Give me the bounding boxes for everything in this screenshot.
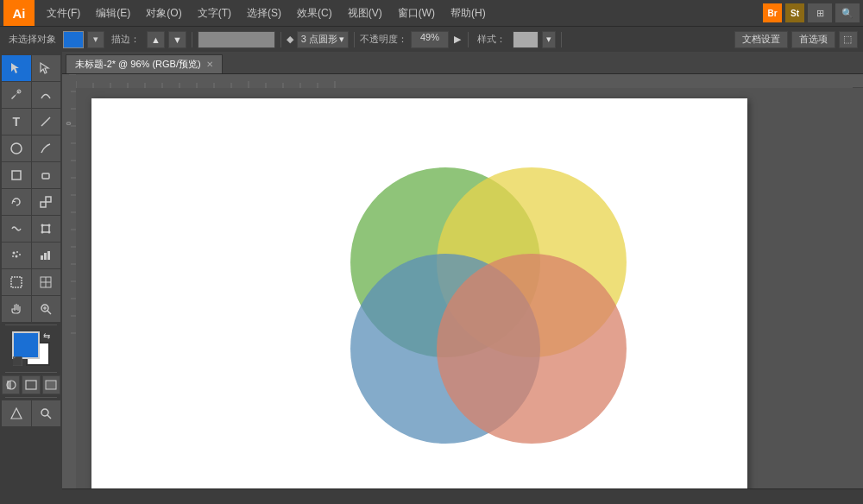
style-dropdown[interactable]: ▾ — [542, 31, 556, 48]
selection-tool[interactable] — [2, 55, 31, 81]
divider-5 — [561, 32, 562, 47]
menu-effect[interactable]: 效果(C) — [290, 3, 339, 24]
slice-tool[interactable] — [32, 269, 61, 295]
status-bar — [62, 488, 863, 504]
menu-window[interactable]: 窗口(W) — [391, 3, 442, 24]
opacity-arrow-right[interactable]: ▶ — [454, 34, 461, 45]
hand-tool[interactable] — [2, 296, 31, 322]
svg-rect-5 — [41, 202, 46, 207]
menu-select[interactable]: 选择(S) — [240, 3, 288, 24]
tool-row-bottom — [2, 400, 60, 426]
tool-row-10 — [2, 296, 60, 322]
divider-4 — [468, 32, 469, 47]
tool-row-6 — [2, 189, 60, 215]
search-btn[interactable]: 🔍 — [835, 3, 860, 22]
menu-help[interactable]: 帮助(H) — [444, 3, 493, 24]
fill-dropdown[interactable]: ▾ — [87, 31, 104, 48]
menu-object[interactable]: 对象(O) — [139, 3, 188, 24]
fill-frame-btn[interactable] — [42, 375, 60, 394]
eraser-tool[interactable] — [32, 162, 61, 188]
svg-point-13 — [16, 251, 18, 253]
free-transform-tool[interactable] — [32, 216, 61, 242]
tool-row-5 — [2, 162, 60, 188]
venn-diagram — [316, 150, 661, 469]
stock-icon[interactable]: St — [785, 3, 804, 22]
svg-line-25 — [47, 311, 51, 314]
toolbar-divider-1 — [5, 324, 57, 325]
svg-rect-17 — [41, 255, 43, 260]
workspace-switcher[interactable]: ⊞ — [808, 3, 832, 22]
svg-rect-18 — [44, 253, 47, 260]
fill-color-box[interactable] — [63, 31, 84, 48]
warp-tool[interactable] — [2, 216, 31, 242]
svg-line-34 — [47, 415, 51, 419]
toolbar-divider-3 — [5, 397, 57, 398]
column-graph-tool[interactable] — [32, 243, 61, 268]
ellipse-tool[interactable] — [2, 135, 31, 161]
stroke-weight-up[interactable]: ▲ — [147, 31, 165, 48]
stroke-color-swatch[interactable] — [198, 31, 275, 48]
document-tab[interactable]: 未标题-2* @ 96% (RGB/预览) ✕ — [66, 54, 223, 73]
line-tool[interactable] — [32, 109, 61, 135]
preferences-btn[interactable]: 首选项 — [791, 31, 835, 48]
tab-label: 未标题-2* @ 96% (RGB/预览) — [75, 58, 201, 71]
svg-point-14 — [12, 255, 14, 257]
color-boxes: ⇆ ⬛ — [12, 331, 50, 366]
svg-point-12 — [12, 252, 15, 255]
svg-marker-32 — [11, 408, 22, 419]
curvature-tool[interactable] — [32, 82, 61, 108]
foreground-color-box[interactable] — [12, 331, 40, 359]
style-swatch[interactable] — [513, 31, 539, 48]
navigator-btn[interactable] — [2, 400, 31, 426]
menu-file[interactable]: 文件(F) — [40, 3, 87, 24]
tool-row-9 — [2, 269, 60, 295]
rotate-tool[interactable] — [2, 189, 31, 215]
tool-row-8 — [2, 243, 60, 268]
type-tool[interactable]: T — [2, 109, 31, 135]
divider-3 — [354, 32, 355, 47]
svg-line-1 — [41, 117, 50, 126]
svg-point-11 — [48, 231, 51, 234]
tool-row-3: T — [2, 109, 60, 135]
svg-rect-4 — [42, 173, 49, 179]
shaper-tool[interactable] — [2, 162, 31, 188]
quick-mask-btn[interactable] — [2, 375, 20, 394]
svg-point-73 — [437, 254, 627, 444]
svg-rect-7 — [42, 225, 49, 232]
menu-view[interactable]: 视图(V) — [341, 3, 389, 24]
canvas-right — [76, 74, 863, 488]
artboard[interactable] — [91, 98, 747, 488]
svg-rect-30 — [26, 381, 36, 389]
artboard-tool[interactable] — [2, 269, 31, 295]
screen-mode-btn[interactable] — [22, 375, 40, 394]
doc-settings-btn[interactable]: 文档设置 — [734, 31, 788, 48]
zoom-tool[interactable] — [32, 296, 61, 322]
pen-tool[interactable] — [2, 82, 31, 108]
color-section: ⇆ ⬛ — [2, 328, 60, 369]
opacity-label: 不透明度： — [360, 33, 407, 46]
canvas-content[interactable] — [76, 88, 863, 488]
pencil-tool[interactable] — [32, 135, 61, 161]
divider-2 — [280, 32, 281, 47]
reset-colors-icon[interactable]: ⬛ — [12, 356, 22, 366]
zoom-btn-bottom[interactable] — [32, 400, 61, 426]
bridge-icon[interactable]: Br — [763, 3, 782, 22]
stroke-value-label: ◆ — [287, 34, 293, 45]
opacity-input[interactable]: 49% — [411, 31, 449, 48]
tab-close-btn[interactable]: ✕ — [206, 60, 213, 69]
menu-edit[interactable]: 编辑(E) — [89, 3, 137, 24]
direct-selection-tool[interactable] — [32, 55, 61, 81]
main-area: T — [0, 52, 863, 504]
control-bar: 未选择对象 ▾ 描边： ▲ ▼ ◆ 3 点圆形 ▾ 不透明度： 49% ▶ 样式… — [0, 26, 863, 52]
arrange-panels-btn[interactable]: ⬚ — [839, 31, 858, 48]
stroke-weight-down[interactable]: ▼ — [168, 31, 186, 48]
no-selection-label: 未选择对象 — [5, 33, 60, 46]
menu-type[interactable]: 文字(T) — [191, 3, 238, 24]
symbol-sprayer-tool[interactable] — [2, 243, 31, 268]
svg-point-16 — [19, 254, 21, 255]
tool-row-7 — [2, 216, 60, 242]
stroke-type-dropdown[interactable]: 3 点圆形 ▾ — [297, 31, 349, 48]
scale-tool[interactable] — [32, 189, 61, 215]
swap-colors-icon[interactable]: ⇆ — [43, 331, 50, 341]
svg-point-33 — [41, 409, 48, 416]
